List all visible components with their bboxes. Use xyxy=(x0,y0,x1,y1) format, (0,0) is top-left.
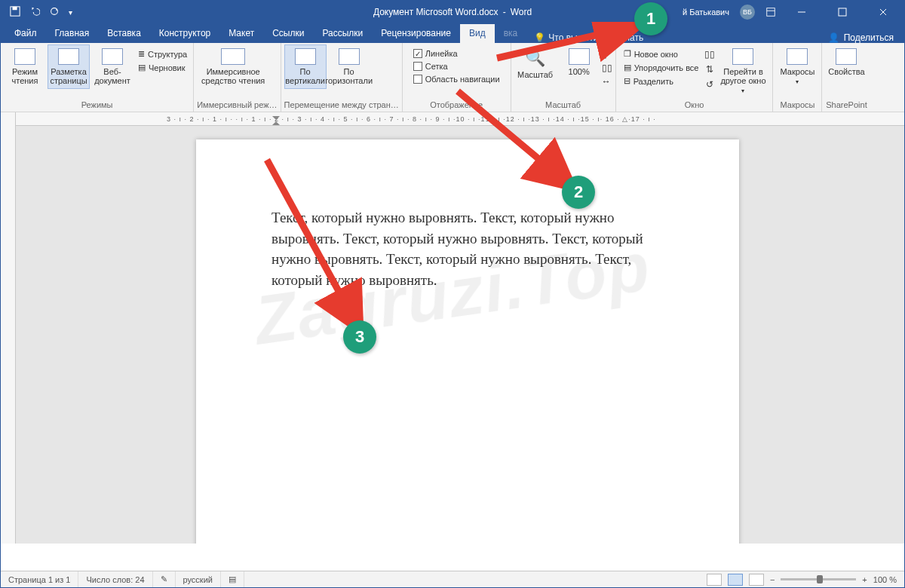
checked-icon: ✓ xyxy=(413,49,422,58)
track-changes-icon[interactable]: ▤ xyxy=(221,571,244,587)
document-name: Документ Microsoft Word.docx xyxy=(373,7,499,17)
arrow-2 xyxy=(444,82,580,195)
immersive-reader-label: Иммерсивное средство чтения xyxy=(199,67,267,85)
tab-layout[interactable]: Макет xyxy=(219,24,263,43)
zoom-slider[interactable] xyxy=(781,578,856,580)
macros-label: Макросы xyxy=(781,67,815,76)
read-view-icon[interactable] xyxy=(707,574,722,586)
page-width-icon[interactable]: ↔ xyxy=(602,76,612,87)
callout-1: 1 xyxy=(634,2,667,35)
print-view-icon[interactable] xyxy=(728,574,743,586)
arrow-1 xyxy=(483,22,642,67)
group-views: Режим чтения Разметка страницы Веб-докум… xyxy=(1,43,194,112)
print-layout-label: Разметка страницы xyxy=(50,67,87,85)
user-avatar[interactable]: ВБ xyxy=(740,5,755,20)
quick-access-toolbar: ▾ xyxy=(1,6,72,19)
read-mode-button[interactable]: Режим чтения xyxy=(4,44,46,89)
maximize-button[interactable] xyxy=(827,1,857,23)
switch-windows-label: Перейти в другое окно xyxy=(719,67,767,85)
draft-label: Черновик xyxy=(149,63,186,72)
unchecked-icon xyxy=(413,62,422,71)
read-mode-label: Режим чтения xyxy=(6,67,44,85)
qat-customize-icon[interactable]: ▾ xyxy=(69,8,72,17)
group-page-movement: По вертикали По горизонтали Перемещение … xyxy=(281,43,403,112)
outline-label: Структура xyxy=(148,50,187,59)
group-window-label: Окно xyxy=(619,99,770,112)
tab-mailings[interactable]: Рассылки xyxy=(313,24,372,43)
save-icon[interactable] xyxy=(10,6,20,19)
svg-rect-1 xyxy=(13,6,17,9)
zoom-label: Масштаб xyxy=(517,70,553,79)
immersive-reader-button[interactable]: Иммерсивное средство чтения xyxy=(197,44,269,89)
ribbon-tabs: Файл Главная Вставка Конструктор Макет С… xyxy=(1,23,904,43)
ruler-label: Линейка xyxy=(425,49,458,58)
draft-icon: ▤ xyxy=(138,63,146,72)
split-icon: ⊟ xyxy=(624,76,630,86)
page-indicator[interactable]: Страница 1 из 1 xyxy=(1,571,78,587)
print-layout-button[interactable]: Разметка страницы xyxy=(48,44,90,89)
window-title: Документ Microsoft Word.docx - Word xyxy=(373,7,532,17)
outline-button[interactable]: ≣Структура xyxy=(135,47,190,60)
outline-icon: ≣ xyxy=(138,49,145,59)
language-indicator[interactable]: русский xyxy=(176,571,221,587)
share-label: Поделиться xyxy=(844,32,894,43)
properties-button[interactable]: Свойства xyxy=(825,44,867,80)
ribbon-options-icon[interactable] xyxy=(765,7,776,17)
tab-review[interactable]: Рецензирование xyxy=(372,24,460,43)
vertical-button[interactable]: По вертикали xyxy=(284,44,327,89)
group-page-movement-label: Перемещение между стран… xyxy=(284,99,399,112)
share-icon: 👤 xyxy=(828,32,839,43)
group-macros-label: Макросы xyxy=(776,99,818,112)
sync-scroll-icon[interactable]: ⇅ xyxy=(706,64,713,75)
reset-window-icon[interactable]: ↺ xyxy=(706,79,713,90)
minimize-button[interactable] xyxy=(787,1,817,23)
arrange-all-label: Упорядочить все xyxy=(634,63,699,72)
zoom-thumb[interactable] xyxy=(817,575,823,583)
macros-button[interactable]: Макросы▾ xyxy=(776,44,818,89)
side-by-side-icon[interactable]: ▯▯ xyxy=(704,49,715,60)
zoom-in-button[interactable]: + xyxy=(862,575,867,584)
indent-marker[interactable] xyxy=(272,116,280,124)
group-macros: Макросы▾ Макросы xyxy=(773,43,822,112)
web-view-icon[interactable] xyxy=(749,574,764,586)
group-immersive: Иммерсивное средство чтения Иммерсивный … xyxy=(194,43,281,112)
close-button[interactable] xyxy=(868,1,898,23)
zoom-out-button[interactable]: − xyxy=(770,575,775,584)
zoom-100-label: 100% xyxy=(569,67,590,76)
svg-line-6 xyxy=(458,91,569,184)
tab-file[interactable]: Файл xyxy=(5,24,46,43)
web-layout-button[interactable]: Веб-документ xyxy=(91,44,133,89)
svg-line-5 xyxy=(497,26,634,58)
share-button[interactable]: 👤 Поделиться xyxy=(828,32,904,43)
vertical-label: По вертикали xyxy=(285,67,325,85)
tab-insert[interactable]: Вставка xyxy=(98,24,150,43)
spellcheck-icon[interactable]: ✎ xyxy=(153,571,176,587)
tab-home[interactable]: Главная xyxy=(46,24,99,43)
callout-3: 3 xyxy=(343,320,376,354)
callout-2: 2 xyxy=(562,176,595,209)
redo-icon[interactable] xyxy=(49,6,60,19)
tab-design[interactable]: Конструктор xyxy=(150,24,219,43)
undo-icon[interactable] xyxy=(29,6,40,19)
horizontal-button[interactable]: По горизонтали xyxy=(328,44,370,89)
tab-references[interactable]: Ссылки xyxy=(263,24,313,43)
split-button[interactable]: ⊟Разделить xyxy=(621,75,702,87)
status-bar: Страница 1 из 1 Число слов: 24 ✎ русский… xyxy=(1,571,904,587)
chevron-down-icon: ▾ xyxy=(796,78,799,85)
title-separator: - xyxy=(503,7,506,17)
web-layout-label: Веб-документ xyxy=(94,67,131,85)
switch-windows-button[interactable]: Перейти в другое окно▾ xyxy=(716,44,769,98)
vertical-ruler[interactable] xyxy=(1,112,16,544)
unchecked-icon xyxy=(413,75,422,84)
draft-button[interactable]: ▤Черновик xyxy=(135,61,190,74)
svg-rect-4 xyxy=(839,8,846,16)
group-sharepoint-label: SharePoint xyxy=(825,99,867,112)
word-count[interactable]: Число слов: 24 xyxy=(78,571,152,587)
svg-rect-3 xyxy=(767,8,775,17)
user-name: й Батькавич xyxy=(683,8,729,17)
svg-line-7 xyxy=(267,160,357,326)
zoom-level[interactable]: 100 % xyxy=(873,575,897,584)
group-immersive-label: Иммерсивный реж… xyxy=(197,99,277,112)
group-sharepoint: Свойства SharePoint xyxy=(822,43,870,112)
horizontal-label: По горизонтали xyxy=(325,67,373,85)
